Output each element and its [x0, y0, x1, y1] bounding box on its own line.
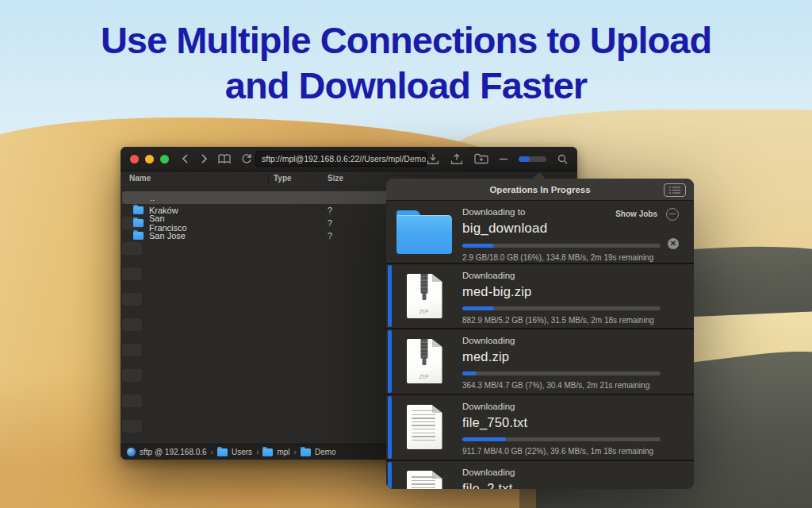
transfer-stats: 2.9 GB/18.0 GB (16%), 134.8 MB/s, 2m 19s…: [462, 253, 661, 262]
upload-icon[interactable]: [450, 153, 463, 165]
close-button[interactable]: [130, 155, 139, 164]
progress-fill: [462, 371, 477, 375]
progress-bar: [462, 306, 661, 310]
back-icon[interactable]: [182, 154, 189, 164]
transfer-name: file_750.txt: [462, 415, 661, 430]
traffic-lights: [130, 155, 169, 164]
transfer-entry: Downloading file_2.txt: [386, 461, 694, 489]
zoom-button[interactable]: [160, 155, 169, 164]
folder-icon: [262, 448, 273, 456]
connection-icon: [127, 448, 136, 456]
minus-icon[interactable]: [500, 158, 508, 160]
column-divider[interactable]: [268, 174, 269, 184]
breadcrumb-item[interactable]: Users: [232, 448, 252, 456]
minimize-button[interactable]: [145, 155, 154, 164]
breadcrumb-separator: ›: [294, 448, 297, 456]
list-view-button[interactable]: [664, 183, 686, 197]
hero-title-line2: and Download Faster: [0, 63, 812, 108]
empty-row: [122, 420, 142, 433]
transfer-entry: Downloading file_750.txt 911.7 MB/4.0 GB…: [386, 395, 694, 461]
panel-titlebar: Operations In Progress: [386, 179, 694, 201]
connection-label: sftp @ 192.168.0.6: [140, 448, 207, 456]
progress-bar: [462, 244, 661, 248]
operations-popover: Operations In Progress Show Jobs Downloa…: [386, 179, 694, 489]
transfer-status: Downloading: [462, 468, 661, 477]
show-jobs-link[interactable]: Show Jobs: [615, 210, 657, 218]
transfer-name: big_download: [462, 221, 661, 237]
progress-fill: [462, 244, 494, 248]
row-size: ?: [327, 206, 332, 215]
transfer-stats: 882.9 MB/5.2 GB (16%), 31.5 MB/s, 2m 18s…: [462, 316, 661, 325]
desktop: Use Multiple Connections to Upload and D…: [0, 0, 812, 508]
breadcrumb-item[interactable]: mpl: [277, 448, 289, 456]
new-folder-icon[interactable]: [474, 153, 488, 164]
collapse-icon[interactable]: [666, 208, 679, 221]
refresh-icon[interactable]: [241, 153, 252, 164]
column-header-size[interactable]: Size: [327, 174, 343, 183]
text-file-icon: [386, 405, 462, 449]
empty-row: [122, 293, 142, 306]
empty-row: [122, 318, 142, 331]
folder-icon: [133, 206, 144, 214]
empty-row: [122, 267, 142, 280]
folder-icon: [217, 448, 228, 456]
folder-icon: [386, 210, 462, 254]
progress-fill: [462, 306, 494, 310]
empty-row: [122, 394, 142, 407]
progress-bar: [462, 371, 661, 375]
transfer-stats: 364.3 MB/4.7 GB (7%), 30.4 MB/s, 2m 21s …: [462, 381, 661, 390]
row-size: ?: [327, 231, 332, 241]
folder-icon: [133, 219, 144, 227]
transfer-name: file_2.txt: [462, 481, 661, 489]
row-name: San Jose: [149, 231, 186, 241]
transfer-progress-fill: [519, 156, 530, 162]
zip-file-icon: ZIP: [386, 274, 462, 318]
row-size: ?: [327, 218, 332, 228]
hero-title: Use Multiple Connections to Upload and D…: [0, 17, 812, 108]
hero-title-line1: Use Multiple Connections to Upload: [0, 17, 812, 63]
breadcrumb-item[interactable]: Demo: [315, 448, 336, 456]
empty-row: [122, 344, 142, 356]
transfer-entry: Show Jobs Downloading to big_download 2.…: [386, 201, 694, 264]
progress-bar: [462, 437, 661, 441]
transfer-status: Downloading: [462, 336, 661, 345]
empty-row: [122, 242, 142, 255]
address-field[interactable]: sftp://mpl@192.168.0.6:22//Users/mpl/Dem…: [255, 151, 427, 167]
empty-row: [122, 369, 142, 382]
transfer-name: med-big.zip: [462, 284, 661, 299]
panel-title: Operations In Progress: [489, 185, 590, 194]
forward-icon[interactable]: [201, 154, 208, 164]
row-name: ..: [150, 193, 155, 202]
transfer-progress-pill[interactable]: [519, 156, 546, 162]
transfer-entry: ZIP Downloading med-big.zip 882.9 MB/5.2…: [386, 264, 694, 329]
breadcrumb-separator: ›: [211, 448, 213, 456]
folder-icon: [301, 448, 311, 456]
cancel-icon[interactable]: ✕: [668, 238, 679, 249]
transfer-entry: ZIP Downloading med.zip 364.3 MB/4.7 GB …: [386, 329, 694, 395]
column-header-type[interactable]: Type: [274, 174, 292, 183]
text-file-icon: [386, 471, 462, 489]
progress-fill: [462, 437, 506, 441]
transfer-status: Downloading: [462, 402, 661, 411]
table-row[interactable]: San Francisco ?: [122, 217, 142, 229]
transfer-name: med.zip: [462, 349, 661, 364]
folder-icon: [133, 232, 144, 240]
column-header-name[interactable]: Name: [129, 174, 151, 183]
transfer-status: Downloading: [462, 271, 661, 280]
zip-file-icon: ZIP: [386, 339, 462, 383]
window-toolbar: sftp://mpl@192.168.0.6:22//Users/mpl/Dem…: [121, 147, 577, 171]
transfer-stats: 911.7 MB/4.0 GB (22%), 39.6 MB/s, 1m 18s…: [462, 447, 661, 456]
breadcrumb-separator: ›: [256, 448, 259, 456]
download-icon[interactable]: [427, 153, 439, 165]
search-icon[interactable]: [557, 154, 568, 164]
bookmarks-icon[interactable]: [218, 154, 231, 164]
